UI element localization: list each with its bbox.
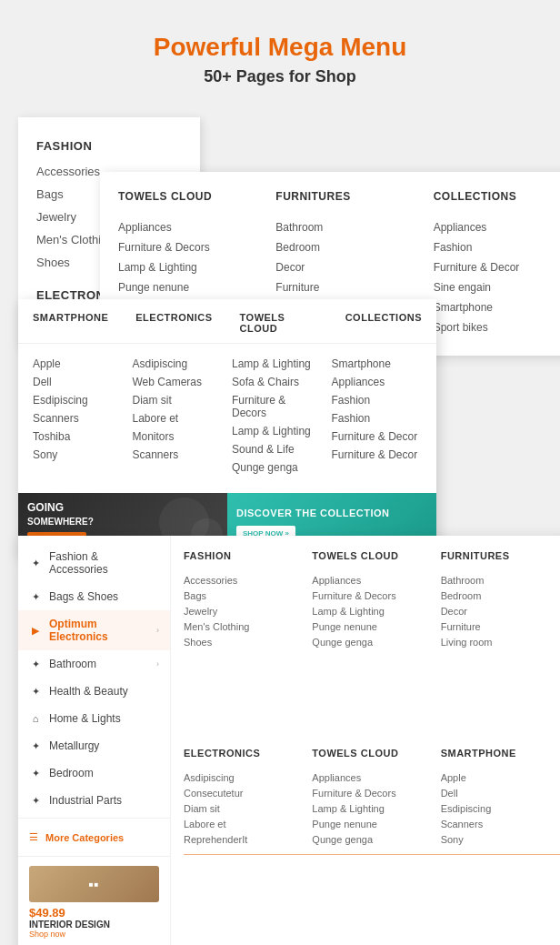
collections-header: COLLECTIONS (345, 312, 422, 334)
tc-item-4[interactable]: Punge nenune (118, 277, 239, 297)
col-item-3[interactable]: Furniture & Decor (434, 257, 555, 277)
more-categories[interactable]: ☰ More Categories (29, 826, 159, 849)
mel-diam[interactable]: Diam sit (184, 800, 303, 816)
sm-scanners[interactable]: Scanners (33, 409, 124, 427)
coll-furd2[interactable]: Furniture & Decor (332, 446, 423, 464)
mega-furnitures-title: FURNITURES (441, 550, 560, 565)
mt2-appl[interactable]: Appliances (312, 769, 431, 785)
msm-dell[interactable]: Dell (441, 785, 560, 800)
mt2-furn[interactable]: Furniture & Decors (312, 785, 431, 800)
smartphone-col: Apple Dell Esdipiscing Scanners Toshiba … (33, 355, 124, 477)
coll-smart[interactable]: Smartphone (332, 355, 423, 373)
tc-qunge[interactable]: Qunge genga (232, 458, 323, 477)
electronics-arrow: › (156, 626, 159, 635)
mt2-qunge[interactable]: Qunge genga (312, 831, 431, 847)
nav-electronics[interactable]: ▶ Optimum Electronics › (18, 610, 170, 650)
coll-fash2[interactable]: Fashion (332, 409, 423, 427)
mega-fashion-title: FASHION (184, 550, 303, 565)
msm-scan[interactable]: Scanners (441, 816, 560, 831)
nav-home-label: Home & Lights (49, 712, 121, 725)
el-asdi[interactable]: Asdipiscing (133, 355, 224, 373)
mt-punge[interactable]: Punge nenune (312, 618, 431, 634)
tc-item-3[interactable]: Lamp & Lighting (118, 257, 239, 277)
mf-mens[interactable]: Men's Clothing (184, 618, 303, 634)
industrial-icon: ✦ (29, 794, 42, 807)
nav-fashion[interactable]: ✦ Fashion & Accessories (18, 543, 170, 583)
mt-lamp[interactable]: Lamp & Lighting (312, 603, 431, 618)
mel-cons[interactable]: Consecutetur (184, 785, 303, 800)
tc-furn[interactable]: Furniture & Decors (232, 391, 323, 422)
tc-sound[interactable]: Sound & Life (232, 440, 323, 458)
mel-labore[interactable]: Labore et (184, 816, 303, 831)
nav-fashion-label: Fashion & Accessories (49, 550, 159, 576)
fur-item-1[interactable]: Bathroom (275, 217, 396, 237)
nav-industrial[interactable]: ✦ Industrial Parts (18, 787, 170, 814)
mt-furn[interactable]: Furniture & Decors (312, 588, 431, 603)
nav-metallurgy[interactable]: ✦ Metallurgy (18, 732, 170, 759)
product-title: INTERIOR DESIGN (29, 920, 159, 930)
mega-towels2-title: TOWELS CLOUD (312, 748, 431, 762)
coll-furd1[interactable]: Furniture & Decor (332, 427, 423, 446)
towels-cloud-title: TOWELS CLOUD (118, 190, 239, 212)
nav-home[interactable]: ⌂ Home & Lights (18, 705, 170, 732)
mf-shoes[interactable]: Shoes (184, 634, 303, 649)
tc-lamp1[interactable]: Lamp & Lighting (232, 355, 323, 373)
coll-fash1[interactable]: Fashion (332, 391, 423, 409)
nav-health-label: Health & Beauty (49, 685, 128, 698)
col-item-6[interactable]: Sport bikes (434, 317, 555, 337)
mfur-living[interactable]: Living room (441, 634, 560, 649)
coll-appl[interactable]: Appliances (332, 373, 423, 391)
mt2-punge[interactable]: Punge nenune (312, 816, 431, 831)
nav-bags[interactable]: ✦ Bags & Shoes (18, 583, 170, 610)
product-shop-btn[interactable]: Shop now (29, 930, 159, 939)
col-item-4[interactable]: Sine engain (434, 277, 555, 297)
msm-apple[interactable]: Apple (441, 769, 560, 785)
nav-health[interactable]: ✦ Health & Beauty (18, 678, 170, 705)
mt2-lamp[interactable]: Lamp & Lighting (312, 800, 431, 816)
nav-bathroom[interactable]: ✦ Bathroom › (18, 650, 170, 678)
large-menu: SMARTPHONE ELECTRONICS TOWELS CLOUD COLL… (18, 299, 436, 555)
nav-bedroom[interactable]: ✦ Bedroom (18, 759, 170, 787)
el-diam[interactable]: Diam sit (133, 391, 224, 409)
mt-qunge[interactable]: Qunge genga (312, 634, 431, 649)
mf-accessories[interactable]: Accessories (184, 572, 303, 588)
mel-asdi[interactable]: Asdipiscing (184, 769, 303, 785)
msm-sony[interactable]: Sony (441, 831, 560, 847)
tc-item-1[interactable]: Appliances (118, 217, 239, 237)
nav-industrial-label: Industrial Parts (49, 794, 122, 807)
el-scanners[interactable]: Scanners (133, 446, 224, 464)
mfur-decor[interactable]: Decor (441, 603, 560, 618)
product-card: ■■ $49.89 INTERIOR DESIGN Shop now (18, 856, 170, 945)
mt-appl[interactable]: Appliances (312, 572, 431, 588)
mfur-bed[interactable]: Bedroom (441, 588, 560, 603)
el-labore[interactable]: Labore et (133, 409, 224, 427)
mfur-furn[interactable]: Furniture (441, 618, 560, 634)
health-icon: ✦ (29, 685, 42, 698)
tc-lamp2[interactable]: Lamp & Lighting (232, 422, 323, 440)
page-wrapper: Powerful Mega Menu 50+ Pages for Shop FA… (0, 0, 560, 818)
sm-dell[interactable]: Dell (33, 373, 124, 391)
el-monitors[interactable]: Monitors (133, 427, 224, 446)
mf-jewelry[interactable]: Jewelry (184, 603, 303, 618)
fur-item-4[interactable]: Furniture (275, 277, 396, 297)
mfur-bath[interactable]: Bathroom (441, 572, 560, 588)
sm-toshiba[interactable]: Toshiba (33, 427, 124, 446)
tc-sofa[interactable]: Sofa & Chairs (232, 373, 323, 391)
sidebar-bottom: ☰ More Categories (18, 818, 170, 856)
fur-item-2[interactable]: Bedroom (275, 237, 396, 257)
col-item-5[interactable]: Smartphone (434, 297, 555, 317)
msm-esdi[interactable]: Esdipiscing (441, 800, 560, 816)
fashion-section-title: FASHION (18, 134, 200, 160)
mel-reph[interactable]: ReprehenderIt (184, 831, 303, 847)
sm-sony[interactable]: Sony (33, 446, 124, 464)
sm-apple[interactable]: Apple (33, 355, 124, 373)
fur-item-3[interactable]: Decor (275, 257, 396, 277)
el-webcam[interactable]: Web Cameras (133, 373, 224, 391)
tc-item-2[interactable]: Furniture & Decors (118, 237, 239, 257)
tc-large-col: Lamp & Lighting Sofa & Chairs Furniture … (232, 355, 323, 477)
electronics-header: ELECTRONICS (135, 312, 212, 334)
col-item-1[interactable]: Appliances (434, 217, 555, 237)
col-item-2[interactable]: Fashion (434, 237, 555, 257)
sm-esdi[interactable]: Esdipiscing (33, 391, 124, 409)
mf-bags[interactable]: Bags (184, 588, 303, 603)
